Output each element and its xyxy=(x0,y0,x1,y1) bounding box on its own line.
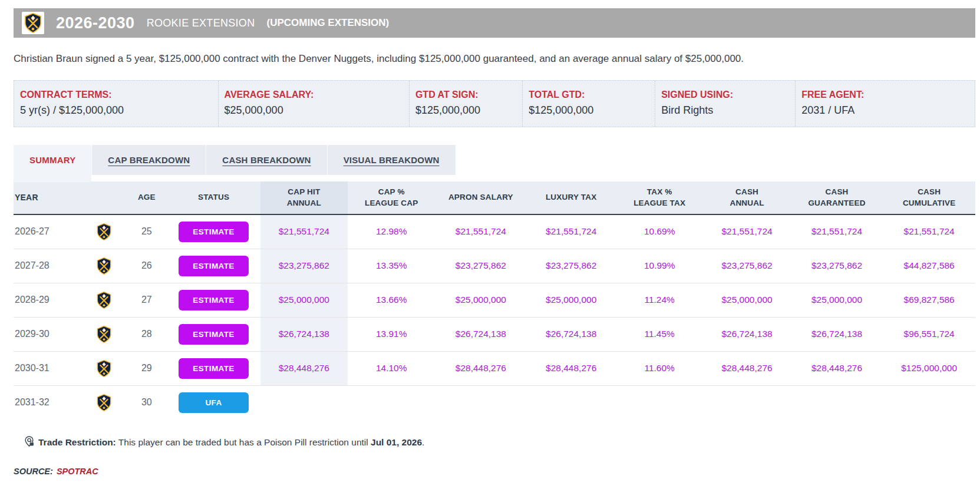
contract-header-bar: 2026-2030 ROOKIE EXTENSION (UPCOMING EXT… xyxy=(14,8,975,38)
luxury-tax-cell: $26,724,138 xyxy=(526,317,616,351)
cap-pct-league-cap-cell: 13.91% xyxy=(348,317,435,351)
year-cell: 2026-27 xyxy=(14,214,81,249)
cap-pct-league-cap-cell: 14.10% xyxy=(348,351,435,385)
luxury-tax-cell: $25,000,000 xyxy=(526,283,616,317)
nuggets-team-logo-icon xyxy=(24,13,42,33)
year-cell: 2030-31 xyxy=(14,351,81,385)
cap-hit-annual-cell: $26,724,138 xyxy=(260,317,348,351)
age-cell: 25 xyxy=(126,214,167,249)
col-cash-annual: CASHANNUAL xyxy=(703,181,790,214)
term-value: 2031 / UFA xyxy=(801,104,970,117)
term-value: 5 yr(s) / $125,000,000 xyxy=(20,104,213,117)
tab-summary[interactable]: SUMMARY xyxy=(14,145,91,175)
trade-restriction-note: Trade Restriction: This player can be tr… xyxy=(24,436,975,448)
team-logo-cell xyxy=(81,214,126,249)
cap-hit-annual-cell xyxy=(260,385,348,419)
cash-annual-cell: $25,000,000 xyxy=(703,283,790,317)
age-cell: 29 xyxy=(126,351,167,385)
age-cell: 30 xyxy=(126,385,167,419)
nuggets-team-logo-icon xyxy=(97,394,111,411)
term-contract-terms: CONTRACT TERMS: 5 yr(s) / $125,000,000 xyxy=(14,81,218,127)
tab-cash-breakdown[interactable]: CASH BREAKDOWN xyxy=(206,145,326,175)
term-value: $25,000,000 xyxy=(225,104,404,117)
term-label: AVERAGE SALARY: xyxy=(225,90,404,100)
term-value: Bird Rights xyxy=(661,104,790,117)
nuggets-team-logo-icon xyxy=(97,360,111,377)
col-age: AGE xyxy=(126,181,167,214)
team-logo-cell xyxy=(81,385,126,419)
status-cell: ESTIMATE xyxy=(167,317,260,351)
table-row: 2029-30 28 ESTIMATE $26,724,138 13.91% $… xyxy=(14,317,975,351)
status-cell: UFA xyxy=(167,385,260,419)
apron-salary-cell: $26,724,138 xyxy=(435,317,526,351)
nuggets-team-logo-icon xyxy=(97,223,111,240)
table-row: 2031-32 30 UFA xyxy=(14,385,975,419)
team-logo-cell xyxy=(81,283,126,317)
term-total-gtd: TOTAL GTD: $125,000,000 xyxy=(522,81,655,127)
cash-annual-cell: $28,448,276 xyxy=(703,351,790,385)
tax-pct-league-tax-cell: 11.45% xyxy=(616,317,703,351)
cash-guaranteed-cell: $21,551,724 xyxy=(791,214,883,249)
apron-salary-cell: $23,275,862 xyxy=(435,249,526,283)
col-cap-hit-annual: CAP HITANNUAL xyxy=(260,181,348,214)
table-header-row: YEAR AGE STATUS CAP HITANNUAL CAP %LEAGU… xyxy=(14,181,975,214)
apron-salary-cell: $25,000,000 xyxy=(435,283,526,317)
cash-guaranteed-cell xyxy=(791,385,883,419)
table-row: 2027-28 26 ESTIMATE $23,275,862 13.35% $… xyxy=(14,249,975,283)
cash-cumulative-cell xyxy=(883,385,975,419)
contract-upcoming-note: (UPCOMING EXTENSION) xyxy=(266,17,389,29)
contract-description: Christian Braun signed a 5 year, $125,00… xyxy=(14,53,975,65)
age-cell: 26 xyxy=(126,249,167,283)
tax-pct-league-tax-cell: 10.69% xyxy=(616,214,703,249)
tab-cap-breakdown[interactable]: CAP BREAKDOWN xyxy=(91,145,206,175)
nuggets-team-logo-icon xyxy=(97,326,111,343)
col-luxury-tax: LUXURY TAX xyxy=(526,181,616,214)
status-badge: ESTIMATE xyxy=(179,256,249,276)
cash-cumulative-cell: $96,551,724 xyxy=(883,317,975,351)
nuggets-team-logo-icon xyxy=(97,292,111,309)
status-badge: ESTIMATE xyxy=(179,222,249,242)
table-row: 2026-27 25 ESTIMATE $21,551,724 12.98% $… xyxy=(14,214,975,249)
cash-cumulative-cell: $69,827,586 xyxy=(883,283,975,317)
status-badge: ESTIMATE xyxy=(179,324,249,345)
cash-guaranteed-cell: $23,275,862 xyxy=(791,249,883,283)
apron-salary-cell: $21,551,724 xyxy=(435,214,526,249)
team-logo-box xyxy=(22,12,44,34)
cap-hit-annual-cell: $25,000,000 xyxy=(260,283,348,317)
col-status: STATUS xyxy=(167,181,260,214)
status-badge: ESTIMATE xyxy=(179,358,249,379)
term-label: TOTAL GTD: xyxy=(529,90,650,100)
cash-annual-cell: $26,724,138 xyxy=(703,317,790,351)
source-spotrac-link[interactable]: SPOTRAC xyxy=(57,467,98,476)
trade-restriction-date: Jul 01, 2026 xyxy=(371,437,422,447)
trade-restriction-label: Trade Restriction: xyxy=(38,437,116,447)
year-cell: 2031-32 xyxy=(14,385,81,419)
age-cell: 27 xyxy=(126,283,167,317)
year-cell: 2029-30 xyxy=(14,317,81,351)
cap-pct-league-cap-cell: 13.35% xyxy=(348,249,435,283)
apron-salary-cell xyxy=(435,385,526,419)
cap-hit-annual-cell: $28,448,276 xyxy=(260,351,348,385)
tab-visual-breakdown[interactable]: VISUAL BREAKDOWN xyxy=(327,145,456,175)
contract-type-label: ROOKIE EXTENSION xyxy=(147,17,255,29)
trade-restriction-pin-lock-icon xyxy=(24,436,34,447)
cash-cumulative-cell: $125,000,000 xyxy=(883,351,975,385)
col-year: YEAR xyxy=(14,181,81,214)
cash-cumulative-cell: $21,551,724 xyxy=(883,214,975,249)
contract-page: 2026-2030 ROOKIE EXTENSION (UPCOMING EXT… xyxy=(0,0,980,488)
cash-guaranteed-cell: $25,000,000 xyxy=(791,283,883,317)
col-tax-pct-league-tax: TAX %LEAGUE TAX xyxy=(616,181,703,214)
team-logo-cell xyxy=(81,249,126,283)
col-cash-cumulative: CASHCUMULATIVE xyxy=(883,181,975,214)
cash-annual-cell: $23,275,862 xyxy=(703,249,790,283)
apron-salary-cell: $28,448,276 xyxy=(435,351,526,385)
col-cap-pct-league-cap: CAP %LEAGUE CAP xyxy=(348,181,435,214)
cap-pct-league-cap-cell xyxy=(348,385,435,419)
cap-hit-annual-cell: $23,275,862 xyxy=(260,249,348,283)
term-label: FREE AGENT: xyxy=(801,90,970,100)
luxury-tax-cell xyxy=(526,385,616,419)
cap-pct-league-cap-cell: 13.66% xyxy=(348,283,435,317)
contract-table-body: 2026-27 25 ESTIMATE $21,551,724 12.98% $… xyxy=(14,214,975,419)
status-cell: ESTIMATE xyxy=(167,351,260,385)
col-team-logo xyxy=(81,181,126,214)
